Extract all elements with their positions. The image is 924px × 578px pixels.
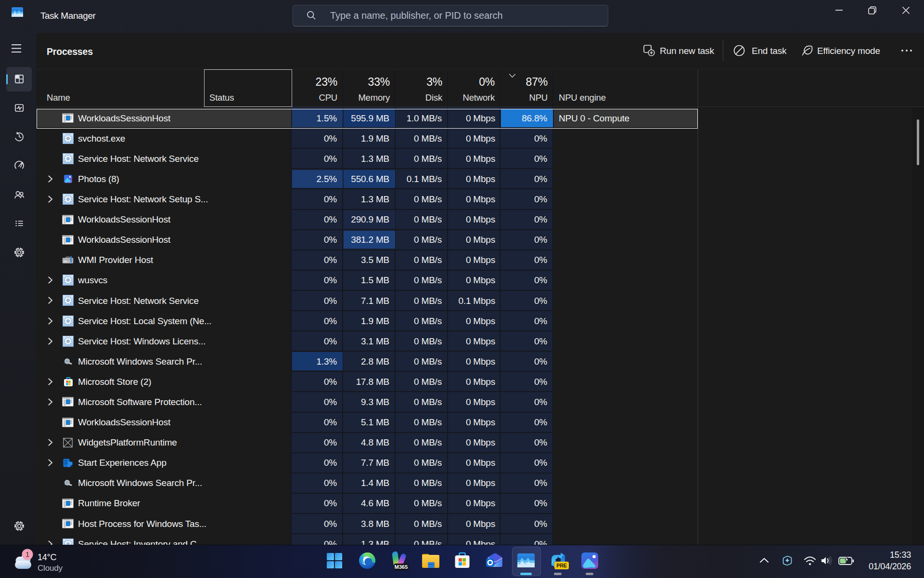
svg-text:PRE: PRE bbox=[556, 563, 567, 568]
svg-text:1: 1 bbox=[26, 551, 29, 558]
svg-text:M365: M365 bbox=[395, 564, 408, 570]
